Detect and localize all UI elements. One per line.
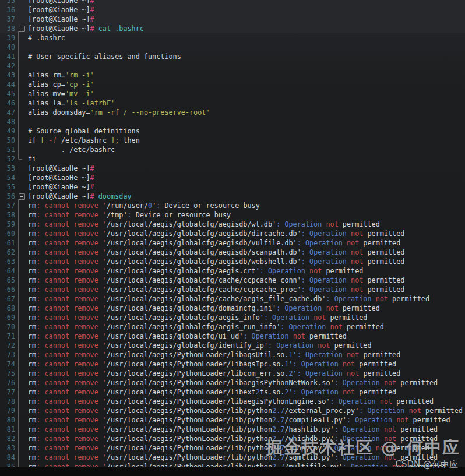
line-number[interactable]: 72: [0, 341, 15, 350]
line-number[interactable]: 55: [0, 182, 15, 192]
line-number[interactable]: 45: [0, 89, 15, 98]
line-number[interactable]: 41: [0, 52, 15, 61]
editor-line[interactable]: 45alias mv='mv -i': [0, 89, 465, 98]
editor-line[interactable]: 67rm: cannot remove '/usr/local/aegis/gl…: [0, 294, 465, 304]
editor-line[interactable]: 61rm: cannot remove '/usr/local/aegis/gl…: [0, 238, 465, 248]
editor-line[interactable]: 74rm: cannot remove '/usr/local/aegis/Py…: [0, 359, 465, 369]
line-number[interactable]: 79: [0, 406, 15, 415]
line-number[interactable]: 52: [0, 154, 15, 164]
line-number[interactable]: 73: [0, 350, 15, 359]
line-number[interactable]: 50: [0, 136, 15, 145]
editor-line[interactable]: 64rm: cannot remove '/usr/local/aegis/gl…: [0, 266, 465, 276]
line-number[interactable]: 56: [0, 192, 15, 201]
editor-line[interactable]: 55[root@XiaoHe ~]#: [0, 182, 465, 192]
editor-line[interactable]: 56[root@XiaoHe ~]# doomsday: [0, 192, 465, 201]
line-number[interactable]: 63: [0, 257, 15, 266]
editor-line[interactable]: 54[root@XiaoHe ~]#: [0, 173, 465, 182]
line-number[interactable]: 62: [0, 248, 15, 257]
editor-line[interactable]: 65rm: cannot remove '/usr/local/aegis/gl…: [0, 276, 465, 285]
line-number[interactable]: 74: [0, 359, 15, 369]
editor-line[interactable]: 73rm: cannot remove '/usr/local/aegis/Py…: [0, 350, 465, 359]
editor-line[interactable]: 40: [0, 43, 465, 52]
editor-line[interactable]: 39# .bashrc: [0, 33, 465, 43]
editor-line[interactable]: 62rm: cannot remove '/usr/local/aegis/gl…: [0, 248, 465, 257]
line-number[interactable]: 67: [0, 294, 15, 304]
editor-line[interactable]: 72rm: cannot remove '/usr/local/aegis/gl…: [0, 341, 465, 350]
editor-line[interactable]: 46alias la='ls -latrhF': [0, 98, 465, 108]
editor-line[interactable]: 68rm: cannot remove '/usr/local/aegis/gl…: [0, 304, 465, 313]
line-number[interactable]: 47: [0, 108, 15, 117]
line-number[interactable]: 61: [0, 238, 15, 248]
editor-line[interactable]: 63rm: cannot remove '/usr/local/aegis/gl…: [0, 257, 465, 266]
line-number[interactable]: 66: [0, 285, 15, 294]
editor-line[interactable]: 50if [ -f /etc/bashrc ]; then: [0, 136, 465, 145]
line-number[interactable]: 58: [0, 210, 15, 220]
line-number[interactable]: 78: [0, 397, 15, 406]
fold-collapse-icon[interactable]: [19, 26, 25, 32]
editor-line[interactable]: 36[root@XiaoHe ~]#: [0, 5, 465, 15]
line-number[interactable]: 65: [0, 276, 15, 285]
line-number[interactable]: 60: [0, 229, 15, 238]
line-number[interactable]: 38: [0, 24, 15, 33]
line-number[interactable]: 75: [0, 369, 15, 378]
editor-line[interactable]: 49# Source global definitions: [0, 126, 465, 136]
editor-line[interactable]: 81rm: cannot remove '/usr/local/aegis/Py…: [0, 425, 465, 434]
editor-line[interactable]: 59rm: cannot remove '/usr/local/aegis/gl…: [0, 220, 465, 229]
line-number[interactable]: 40: [0, 43, 15, 52]
editor-line[interactable]: 75rm: cannot remove '/usr/local/aegis/Py…: [0, 369, 465, 378]
editor-line[interactable]: 48: [0, 117, 465, 126]
line-number[interactable]: 36: [0, 5, 15, 15]
editor-line[interactable]: 38[root@XiaoHe ~]# cat .bashrc: [0, 24, 465, 33]
line-number[interactable]: 39: [0, 33, 15, 43]
editor-line[interactable]: 70rm: cannot remove '/usr/local/aegis/gl…: [0, 322, 465, 332]
line-number[interactable]: 70: [0, 322, 15, 332]
line-number[interactable]: 49: [0, 126, 15, 136]
editor-line[interactable]: 47alias doomsday='rm -rf / --no-preserve…: [0, 108, 465, 117]
line-number[interactable]: 48: [0, 117, 15, 126]
fold-collapse-icon[interactable]: [19, 193, 25, 200]
editor-line[interactable]: 53[root@XiaoHe ~]#: [0, 164, 465, 173]
line-number[interactable]: 77: [0, 387, 15, 397]
editor-line[interactable]: 58rm: cannot remove '/tmp': Device or re…: [0, 210, 465, 220]
line-number[interactable]: 71: [0, 332, 15, 341]
line-number[interactable]: 81: [0, 425, 15, 434]
editor-line[interactable]: 42: [0, 61, 465, 70]
line-number[interactable]: 57: [0, 201, 15, 210]
editor-line[interactable]: 76rm: cannot remove '/usr/local/aegis/Py…: [0, 378, 465, 387]
line-number[interactable]: 84: [0, 453, 15, 462]
line-number[interactable]: 35: [0, 0, 15, 5]
editor-line[interactable]: 51 . /etc/bashrc: [0, 145, 465, 154]
editor-line[interactable]: 57rm: cannot remove '/run/user/0': Devic…: [0, 201, 465, 210]
editor-line[interactable]: 44alias cp='cp -i': [0, 80, 465, 89]
editor-line[interactable]: 69rm: cannot remove '/usr/local/aegis/gl…: [0, 313, 465, 322]
line-number[interactable]: 64: [0, 266, 15, 276]
code-token: ': [103, 360, 107, 368]
line-number[interactable]: 43: [0, 70, 15, 80]
line-number[interactable]: 46: [0, 98, 15, 108]
line-number[interactable]: 42: [0, 61, 15, 70]
editor-line[interactable]: 79rm: cannot remove '/usr/local/aegis/Py…: [0, 406, 465, 415]
line-number[interactable]: 68: [0, 304, 15, 313]
editor-line[interactable]: 43alias rm='rm -i': [0, 70, 465, 80]
editor-line[interactable]: 77rm: cannot remove '/usr/local/aegis/Py…: [0, 387, 465, 397]
line-number[interactable]: 53: [0, 164, 15, 173]
editor-line[interactable]: 60rm: cannot remove '/usr/local/aegis/gl…: [0, 229, 465, 238]
editor-line[interactable]: 52fi: [0, 154, 465, 164]
line-number[interactable]: 82: [0, 434, 15, 443]
line-number[interactable]: 51: [0, 145, 15, 154]
line-number[interactable]: 83: [0, 443, 15, 453]
line-number[interactable]: 69: [0, 313, 15, 322]
line-number[interactable]: 76: [0, 378, 15, 387]
line-number[interactable]: 54: [0, 173, 15, 182]
editor-line[interactable]: 35[root@XiaoHe ~]#: [0, 0, 465, 5]
editor-line[interactable]: 37[root@XiaoHe ~]#: [0, 15, 465, 24]
line-number[interactable]: 37: [0, 15, 15, 24]
editor-line[interactable]: 78rm: cannot remove '/usr/local/aegis/Py…: [0, 397, 465, 406]
editor-line[interactable]: 41# User specific aliases and functions: [0, 52, 465, 61]
line-number[interactable]: 80: [0, 415, 15, 425]
line-number[interactable]: 44: [0, 80, 15, 89]
editor-line[interactable]: 80rm: cannot remove '/usr/local/aegis/Py…: [0, 415, 465, 425]
line-number[interactable]: 59: [0, 220, 15, 229]
editor-line[interactable]: 71rm: cannot remove '/usr/local/aegis/gl…: [0, 332, 465, 341]
editor-line[interactable]: 66rm: cannot remove '/usr/local/aegis/gl…: [0, 285, 465, 294]
